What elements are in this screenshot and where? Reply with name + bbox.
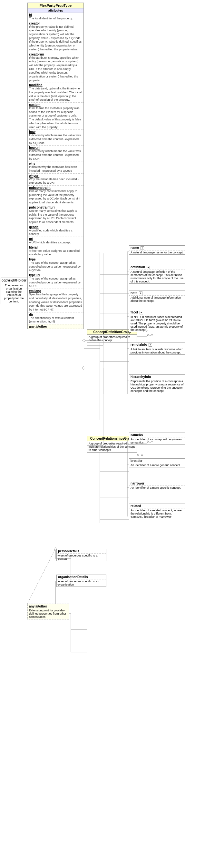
attr-why: why Indicates why the metadata has been …	[28, 161, 83, 173]
attr-typeuri: typeuri The type of the concept assigned…	[28, 273, 83, 289]
definition-extend-icon: +	[147, 266, 150, 269]
concept-definition-group-desc: A group of properties required to define…	[87, 335, 137, 342]
any-other-bottom-box: any ##other Extension point for provider…	[27, 603, 69, 619]
attr-creatoruri-name: creatoruri	[29, 53, 82, 56]
same-as-desc: An identifier of a concept with equivale…	[129, 437, 185, 444]
hierarchy-info-title: hierarchyInfo	[129, 375, 185, 379]
attr-type-name: type	[29, 257, 82, 261]
attr-qcode-name: qcode	[29, 225, 82, 229]
attr-creator: creator If the property: value is not de…	[28, 21, 83, 52]
name-desc: A natural language name for the concept.	[129, 250, 185, 254]
svg-text:0...∞: 0...∞	[147, 333, 153, 336]
main-type-box: FlexPartyPropType attributes id The loca…	[27, 3, 84, 329]
same-as-box: sameAs An identifier of a concept with e…	[129, 433, 185, 445]
attr-type: type The type of the concept assigned as…	[28, 257, 83, 273]
definition-box: definition + A natural language definiti…	[129, 265, 185, 284]
remote-info-desc: A link to an item or a web resource whic…	[129, 347, 185, 354]
attr-literal-name: literal	[29, 246, 82, 249]
broader-desc: An identifier of a more generic concept.	[129, 463, 185, 467]
main-box-title: FlexPartyPropType	[28, 3, 83, 8]
attr-why-desc: Indicates why the metadata has been incl…	[29, 165, 82, 173]
attr-xmllang-name: xmllang	[29, 289, 82, 293]
hierarchy-info-box: hierarchyInfo Represents the position of…	[129, 374, 185, 393]
remote-info-box: remoteInfo + A link to an item or a web …	[129, 342, 185, 355]
attr-modified: modified The date (and, optionally, the …	[28, 83, 83, 103]
attr-id: id The local identifier of the property.	[28, 13, 83, 21]
attributes-section-header: attributes	[28, 8, 83, 13]
attr-xmllang: xmllang Specifies the language of this p…	[28, 289, 83, 312]
broader-box: broader An identifier of a more generic …	[129, 458, 185, 467]
remote-info-extend-icon: +	[149, 343, 152, 347]
attr-modified-desc: The date (and, optionally, the time) whe…	[29, 87, 82, 102]
attr-dir-name: dir	[29, 313, 82, 316]
note-box: note + Additional natural language infor…	[129, 290, 185, 303]
attr-whyuri-name: whyuri	[29, 174, 82, 178]
attr-custom-desc: If set to true the metadata property was…	[29, 106, 82, 129]
remote-info-title: remoteInfo +	[129, 342, 185, 347]
attr-pubconstrainturi-name: pubconstrainturi	[29, 206, 82, 209]
attr-modified-name: modified	[29, 83, 82, 87]
attr-uri-name: uri	[29, 237, 82, 241]
attr-howuri-desc: Indicates by which means the value was e…	[29, 150, 82, 161]
narrower-desc: An identifier of a more specific concept…	[129, 486, 185, 490]
attr-howuri-name: howuri	[29, 146, 82, 150]
broader-title: broader	[129, 459, 185, 463]
attr-how: how Indicates by which means the value w…	[28, 130, 83, 146]
attr-pubconstrainturi: pubconstrainturi One or many constraints…	[28, 205, 83, 225]
concept-relationships-multiplicity: 0...∞	[137, 454, 143, 457]
attr-qcode-desc: A qualified code which identifies a conc…	[29, 229, 82, 236]
attr-howuri: howuri Indicates by which means the valu…	[28, 146, 83, 161]
note-title: note +	[129, 291, 185, 296]
diagram-container: FlexPartyPropType attributes id The loca…	[0, 0, 224, 868]
organisation-details-desc: A set of properties specific to an organ…	[57, 580, 106, 587]
definition-title: definition +	[129, 265, 185, 270]
attr-how-name: how	[29, 130, 82, 134]
attr-custom-name: custom	[29, 103, 82, 106]
attr-whyuri-desc: Why the metadata has been included - exp…	[29, 178, 82, 185]
attr-dir-desc: The directionality of textual content (e…	[29, 316, 82, 324]
attr-pubconstraint-name: pubconstraint	[29, 186, 82, 189]
attr-creator-desc: If the property: value is not defined, s…	[29, 25, 82, 52]
attr-id-name: id	[29, 13, 82, 17]
attr-dir: dir The directionality of textual conten…	[28, 312, 83, 324]
attr-typeuri-desc: The type of the concept assigned as cont…	[29, 277, 82, 288]
any-other-bottom-desc: Extension point for provider-defined pro…	[29, 609, 68, 618]
related-box: related An identifier of a related conce…	[129, 503, 185, 519]
attr-creatoruri: creatoruri If the attribute is empty, sp…	[28, 52, 83, 83]
copyright-holder-title: copyrightHolder	[2, 279, 26, 283]
related-title: related	[129, 504, 185, 508]
copyright-holder-desc: The person or organisation claiming the …	[2, 284, 26, 303]
svg-marker-36	[82, 366, 85, 370]
attr-custom: custom If set to true the metadata prope…	[28, 103, 83, 130]
attr-creator-name: creator	[29, 22, 82, 25]
attr-whyuri: whyuri Why the metadata has been include…	[28, 174, 83, 186]
any-other-bottom-label: any ##other	[29, 604, 68, 608]
facet-extend-icon: +	[140, 311, 143, 314]
attr-pubconstraint: pubconstraint One or many constraints th…	[28, 186, 83, 205]
attr-why-name: why	[29, 162, 82, 165]
attr-id-desc: The local identifier of the property.	[29, 17, 82, 21]
attr-literal-desc: A free-text value assigned as controlled…	[29, 249, 82, 257]
attr-qcode: qcode A qualified code which identifies …	[28, 225, 83, 237]
related-desc: An identifier of a related concept, wher…	[129, 508, 185, 519]
attr-creatoruri-desc: If the attribute is empty, specifies whi…	[29, 56, 82, 83]
svg-line-53	[27, 549, 55, 603]
attr-any-other-label: any ##other	[29, 325, 82, 328]
attr-type-desc: The type of the concept assigned as cont…	[29, 261, 82, 273]
facet-desc: In NitF 1.8 and later, facet is deprecat…	[129, 315, 185, 332]
name-box: name + A natural language name for the c…	[129, 245, 185, 255]
facet-box: facet + In NitF 1.8 and later, facet is …	[129, 310, 185, 332]
attr-uri: uri A URI which identifies a concept.	[28, 237, 83, 245]
facet-title: facet +	[129, 310, 185, 315]
person-details-box: personDetails A set of properties specif…	[57, 549, 106, 561]
attr-pubconstrainturi-desc: One or many constraints that apply to pu…	[29, 209, 82, 224]
hierarchy-info-desc: Represents the position of a concept in …	[129, 379, 185, 393]
narrower-title: narrower	[129, 481, 185, 486]
name-extend-icon: +	[141, 246, 144, 250]
organisation-details-box: organisationDetails A set of properties …	[57, 575, 106, 587]
person-details-title: personDetails	[57, 549, 106, 554]
person-details-desc: A set of properties specific to a person	[57, 554, 106, 561]
same-as-title: sameAs	[129, 433, 185, 437]
attr-literal: literal A free-text value assigned as co…	[28, 245, 83, 257]
attr-how-desc: Indicates by which means the value was e…	[29, 134, 82, 145]
